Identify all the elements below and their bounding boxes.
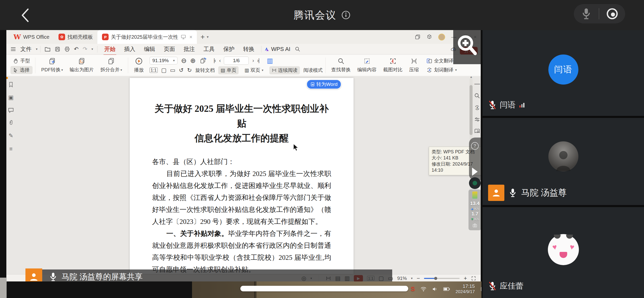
menu-convert[interactable]: 转换 — [239, 45, 259, 53]
fullscreen-icon[interactable] — [471, 276, 476, 281]
avatar-sticker: ♥ ♥ — [548, 234, 579, 265]
first-page-button[interactable]: |‹ — [214, 58, 216, 63]
book-search-icon[interactable] — [474, 128, 480, 134]
microphone-button[interactable] — [581, 7, 592, 20]
zoom-plus-icon[interactable]: + — [464, 276, 467, 281]
hand-tool-button[interactable]: 手型 — [10, 57, 33, 65]
pdf-convert-button[interactable]: W PDF转换▾ — [38, 58, 66, 73]
status-zoom-value[interactable]: 91% — [397, 276, 407, 281]
menu-page[interactable]: 页面 — [159, 45, 179, 53]
menu-home[interactable]: 开始 — [100, 45, 120, 53]
select-tool-button[interactable]: 选择 — [10, 66, 33, 74]
next-page-button[interactable]: › — [252, 58, 254, 63]
new-tab-button[interactable]: + ▾ — [197, 30, 212, 44]
menu-insert[interactable]: 插入 — [120, 45, 140, 53]
thumbnail-panel-icon[interactable]: ▣ — [8, 94, 14, 101]
wps-tab-bar: W WPS Office ✿ 找稻壳模板 P 关于做好2025届毕业生一次性 ×… — [6, 30, 481, 44]
zoom-in-icon[interactable]: ⊕ — [190, 57, 196, 64]
close-tab-icon[interactable]: × — [189, 34, 193, 40]
meeting-panel-toggle[interactable]: ? — [469, 138, 481, 180]
comment-icon[interactable] — [8, 107, 14, 113]
user-avatar[interactable] — [438, 34, 445, 40]
book-view-icon[interactable]: ▥ — [267, 57, 273, 64]
back-button[interactable] — [20, 8, 31, 23]
search-doc-icon[interactable] — [474, 93, 480, 99]
zoom-slider-knob[interactable] — [434, 277, 437, 280]
actual-size-icon[interactable]: 1:1 — [150, 67, 158, 73]
layers-panel-icon[interactable]: ≡ — [9, 146, 13, 152]
find-replace-button[interactable]: 查找替换 — [328, 58, 354, 73]
zoom-magnifier-overlay[interactable] — [453, 30, 481, 64]
split-merge-label: 拆分合并 — [100, 66, 120, 73]
chevron-down-icon[interactable]: ▾ — [36, 47, 38, 51]
zoom-level-select[interactable]: 91.19% ▾ — [150, 57, 178, 64]
split-merge-button[interactable]: 拆分合并▾ — [97, 58, 126, 73]
wps-left-rail: ▣ ✎ ≡ — [8, 82, 14, 152]
annotate-pen-icon[interactable]: ✎ — [9, 132, 13, 139]
chevron-down-icon[interactable]: ▾ — [91, 47, 93, 51]
pdf-page[interactable]: 关于做好 2025 届毕业生一次性求职创业补贴 信息化发放工作的提醒 各市、县（… — [130, 78, 354, 274]
menu-wps-ai[interactable]: WPS AI — [270, 46, 295, 52]
screenshot-compare-button[interactable]: 截图对比 — [380, 58, 406, 73]
search-icon[interactable] — [295, 46, 300, 52]
integrations-cube-icon[interactable] — [427, 34, 432, 40]
open-folder-icon[interactable] — [45, 46, 51, 52]
menu-edit[interactable]: 编辑 — [140, 45, 159, 53]
page-number-input[interactable]: 1/6 — [224, 57, 249, 65]
tab-document-active[interactable]: P 关于做好2025届毕业生一次性 × — [97, 30, 197, 44]
scrollbar-thumb[interactable] — [470, 85, 473, 135]
attachment-icon[interactable] — [8, 120, 14, 126]
continuous-read-button[interactable]: 连续阅读 — [269, 66, 300, 74]
hamburger-menu-icon[interactable] — [10, 47, 16, 51]
undo-icon[interactable]: ↶ — [74, 46, 79, 52]
chevron-down-icon[interactable]: ▾ — [207, 35, 209, 39]
zoom-slider[interactable] — [424, 278, 460, 279]
chevron-down-icon[interactable]: ▾ — [411, 276, 413, 280]
tab-docer-templates[interactable]: ✿ 找稻壳模板 — [54, 30, 97, 44]
convert-to-word-button[interactable]: W 转为Word — [306, 79, 341, 89]
double-page-button[interactable]: ▥ 双页 ▾ — [242, 66, 266, 74]
bookmark-icon[interactable] — [8, 82, 14, 88]
export-as-image-button[interactable]: 输出为图片 — [66, 58, 97, 73]
zoom-out-icon[interactable]: ⊖ — [181, 57, 187, 64]
menu-protect[interactable]: 保护 — [219, 45, 239, 53]
tab-list-icon[interactable] — [415, 34, 420, 40]
save-icon[interactable] — [55, 46, 60, 52]
fit-page-icon[interactable]: ▢ — [161, 67, 167, 73]
network-speed-widget[interactable]: 13.4 ▲K/s 1.7 ▼K/s — [469, 177, 481, 230]
word-translate-button[interactable]: A 划词翻译 ▾ — [424, 66, 460, 74]
single-page-button[interactable]: ▤ 单页 — [218, 66, 239, 74]
settings-sliders-icon[interactable] — [474, 117, 480, 122]
tab-wps-office[interactable]: W WPS Office — [9, 30, 54, 44]
last-page-button[interactable]: ›| — [257, 58, 259, 63]
help-icon[interactable]: ? — [471, 142, 479, 150]
rotate-left-icon[interactable]: ↺ — [179, 67, 183, 73]
bottom-left-window-edge — [0, 278, 7, 298]
record-button[interactable] — [606, 8, 618, 20]
camera-icon[interactable] — [472, 223, 477, 228]
zoom-minus-icon[interactable]: − — [417, 276, 420, 281]
rotate-right-icon[interactable]: ↻ — [187, 67, 192, 73]
rotate-pages-icon[interactable] — [199, 57, 207, 64]
compress-button[interactable]: 压缩 — [406, 58, 422, 73]
menu-annotate[interactable]: 批注 — [179, 45, 199, 53]
participant-tile[interactable]: 马院 汤益尊 — [482, 118, 644, 205]
redo-icon[interactable]: ↷ — [83, 46, 87, 52]
play-slideshow-button[interactable]: 播放 — [131, 57, 147, 73]
video-strip-scrollbar[interactable] — [240, 286, 408, 291]
participant-tile[interactable]: ♥ ♥ 应佳蕾 — [482, 207, 644, 298]
translate-rail-icon[interactable]: A — [474, 105, 480, 111]
rotate-doc-label[interactable]: 旋转文档 — [195, 67, 215, 74]
meeting-title: 腾讯会议 — [294, 8, 336, 22]
info-icon[interactable] — [341, 10, 350, 20]
print-icon[interactable] — [64, 46, 70, 52]
fit-width-icon[interactable]: ▭ — [170, 67, 175, 73]
edit-content-button[interactable]: 编辑内容 — [354, 58, 380, 73]
collapse-rail-icon[interactable]: — — [474, 81, 480, 87]
menu-file[interactable]: 文件 — [16, 45, 36, 53]
prev-page-button[interactable]: ‹ — [219, 58, 221, 63]
expand-arrow-icon[interactable] — [472, 168, 478, 176]
participant-tile[interactable]: 闫语 闫语 — [482, 30, 644, 116]
read-mode-label[interactable]: 阅读模式 — [303, 67, 323, 74]
menu-tools[interactable]: 工具 — [199, 45, 219, 53]
